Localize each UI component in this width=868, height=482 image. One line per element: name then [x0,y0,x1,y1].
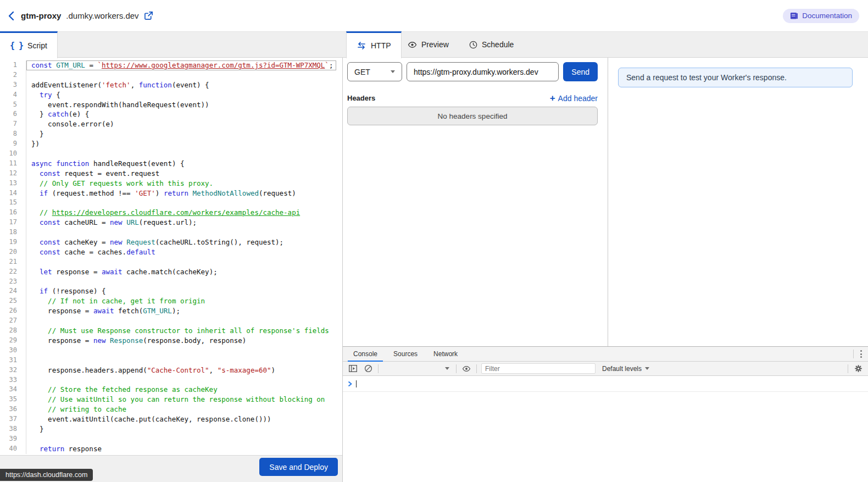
tab-preview[interactable]: Preview [398,31,459,58]
console-chevron-icon [348,381,352,387]
http-request-panel: GET Send Headers + Add header [343,58,608,346]
chevron-down-icon [645,367,649,370]
header: gtm-proxy .dumky.workers.dev Documentati… [0,0,868,31]
code-line: 26 response = await fetch(GTM_URL); [0,306,342,316]
code-line: 39 [0,434,342,444]
code-line: 23 [0,277,342,287]
save-and-deploy-button[interactable]: Save and Deploy [259,458,338,476]
line-number: 18 [0,228,26,237]
code-line: 5 event.respondWith(handleRequest(event)… [0,100,342,110]
no-headers-placeholder: No headers specified [347,107,598,125]
script-panel: 1const GTM_URL = `https://www.googletagm… [0,58,342,482]
code-line: 29 response = new Response(response.body… [0,336,342,346]
code-line: 21 [0,257,342,267]
clear-icon [364,364,372,373]
line-number: 28 [0,326,26,336]
line-number: 16 [0,208,26,218]
line-number: 14 [0,189,26,198]
headers-label: Headers [347,94,375,102]
line-number: 40 [0,444,26,454]
line-number: 33 [0,375,26,385]
braces-icon: { } [10,41,23,51]
show-console-sidebar-button[interactable] [347,363,358,374]
line-number: 19 [0,237,26,247]
eye-icon [408,41,417,48]
open-external-link[interactable] [144,11,153,20]
line-number: 10 [0,149,26,159]
clear-console-button[interactable] [363,363,374,374]
line-number: 31 [0,356,26,365]
response-info-banner: Send a request to test your Worker's res… [618,68,853,87]
code-line: 17 const cacheURL = new URL(request.url)… [0,218,342,228]
add-header-button[interactable]: + Add header [550,93,598,103]
code-line: 32 response.headers.append("Cache-Contro… [0,365,342,375]
code-line: 20 const cache = caches.default [0,247,342,257]
code-editor[interactable]: 1const GTM_URL = `https://www.googletagm… [0,58,342,455]
line-number: 37 [0,414,26,424]
code-line: 15 [0,198,342,208]
tab-schedule[interactable]: Schedule [459,31,524,58]
url-input[interactable] [407,62,559,81]
code-line: 35 // Use waitUntil so you can return th… [0,395,342,405]
line-number: 17 [0,218,26,228]
code-line: 9}) [0,139,342,149]
line-number: 1 [0,60,26,70]
code-line: 14 if (request.method !== 'GET') return … [0,189,342,198]
tab-script[interactable]: { } Script [0,31,58,58]
line-number: 21 [0,257,26,267]
code-line: 25 // If not in cache, get it from origi… [0,296,342,306]
line-number: 4 [0,90,26,100]
code-line: 22 let response = await cache.match(cach… [0,267,342,277]
add-header-label: Add header [558,94,598,103]
devtools-tab-bar: Console Sources Network [343,347,868,362]
send-button[interactable]: Send [563,62,598,81]
code-line: 28 // Must use Response constructor to i… [0,326,342,336]
chevron-down-icon [445,367,449,370]
code-line: 3addEventListener('fetch', function(even… [0,80,342,90]
code-line: 18 [0,228,342,237]
code-line: 37 event.waitUntil(cache.put(cacheKey, r… [0,414,342,424]
devtools-panel: Console Sources Network [343,346,868,482]
log-levels-select[interactable]: Default levels [602,365,649,373]
line-number: 35 [0,395,26,405]
documentation-label: Documentation [802,12,852,20]
console-toolbar: Default levels [343,362,868,376]
console-output[interactable] [343,376,868,482]
text-cursor [356,380,357,387]
log-levels-label: Default levels [602,365,642,373]
code-line: 19 const cacheKey = new Request(cacheURL… [0,237,342,247]
console-filter-input[interactable] [481,363,596,374]
console-settings-button[interactable] [853,363,864,374]
documentation-button[interactable]: Documentation [783,9,859,23]
book-icon [790,12,798,20]
line-number: 6 [0,109,26,119]
line-number: 8 [0,129,26,139]
line-number: 12 [0,169,26,179]
back-button[interactable] [7,10,16,22]
line-number: 11 [0,159,26,169]
line-number: 2 [0,70,26,80]
clock-icon [469,41,477,49]
response-panel: Send a request to test your Worker's res… [608,58,868,346]
line-number: 30 [0,346,26,356]
tab-schedule-label: Schedule [482,40,514,49]
live-expression-button[interactable] [461,363,472,374]
external-link-icon [144,11,153,20]
devtools-tab-console[interactable]: Console [348,347,383,361]
sidebar-toggle-icon [349,365,357,372]
javascript-context-select[interactable] [383,367,452,370]
code-line: 34 // Store the fetched response as cach… [0,385,342,395]
line-number: 20 [0,247,26,257]
workers-playground: gtm-proxy .dumky.workers.dev Documentati… [0,0,868,482]
code-line: 27 [0,316,342,326]
devtools-tab-sources[interactable]: Sources [388,347,423,361]
method-select[interactable]: GET [347,62,402,81]
console-prompt[interactable] [343,376,868,392]
worker-subdomain: .dumky.workers.dev [66,11,138,20]
devtools-tab-network[interactable]: Network [428,347,463,361]
line-number: 3 [0,80,26,90]
devtools-menu-button[interactable] [854,347,868,361]
chevron-down-icon [391,70,395,73]
tab-http[interactable]: HTTP [346,31,402,58]
method-value: GET [354,68,370,76]
